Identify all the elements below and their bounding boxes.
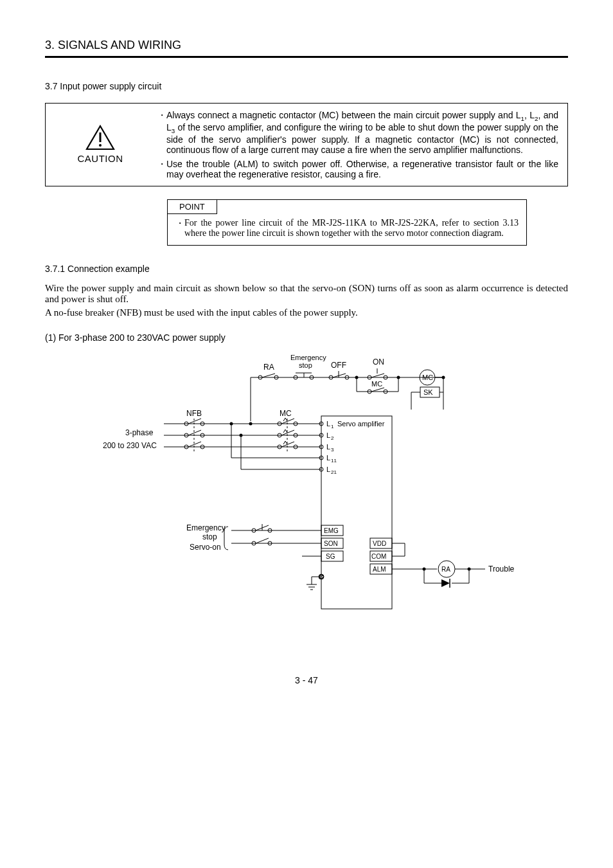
svg-text:L: L — [326, 431, 330, 439]
svg-text:11: 11 — [331, 458, 337, 464]
page-number: 3 - 47 — [45, 675, 568, 685]
diagram-label-3phase: 3-phase — [125, 428, 154, 437]
diagram-label-emg-top: Emergency — [290, 354, 326, 361]
diagram-label-ra: RA — [263, 363, 274, 372]
svg-line-49 — [188, 430, 201, 435]
point-label: POINT — [167, 199, 217, 214]
diagram-label-alm: ALM — [373, 566, 386, 573]
svg-text:3: 3 — [331, 447, 334, 453]
diagram-label-off: OFF — [331, 361, 346, 370]
diagram-label-3phase-v: 200 to 230 VAC — [103, 441, 157, 450]
diagram-label-emg: EMG — [324, 527, 339, 534]
svg-marker-124 — [441, 579, 450, 587]
diagram-label-son: SON — [324, 540, 338, 547]
caution-item: ・ Use the trouble (ALM) to switch power … — [157, 159, 558, 179]
section-title: 3.7 Input power supply circuit — [45, 81, 568, 91]
svg-text:L: L — [326, 420, 330, 428]
svg-line-6 — [262, 374, 275, 377]
svg-line-14 — [333, 374, 346, 377]
svg-text:1: 1 — [331, 424, 334, 429]
svg-line-28 — [371, 388, 384, 392]
caution-icon-area: CAUTION — [46, 104, 155, 186]
svg-line-92 — [256, 538, 269, 543]
body-paragraph: A no-fuse breaker (NFB) must be used wit… — [45, 307, 568, 318]
point-text: For the power line circuit of the MR-J2S… — [184, 218, 519, 239]
svg-text:L: L — [326, 466, 330, 473]
chapter-heading: 3. SIGNALS AND WIRING — [45, 39, 568, 52]
svg-line-18 — [371, 374, 384, 377]
diagram-label-emg-top2: stop — [299, 361, 312, 369]
diagram-label-emg-side: Emergency — [186, 523, 226, 532]
main-power-lines — [164, 418, 321, 451]
diagram-label-sg: SG — [326, 553, 335, 560]
svg-rect-68 — [321, 416, 392, 609]
diagram-label-servo-on: Servo-on — [190, 543, 221, 552]
svg-point-2 — [99, 144, 102, 147]
caution-text: ・ Always connect a magnetic contactor (M… — [155, 104, 567, 186]
diagram-label-vdd: VDD — [373, 540, 386, 547]
diagram-label-com: COM — [371, 553, 386, 560]
diagram-label-on: ON — [373, 357, 384, 366]
diagram-label-mc-coil: MC — [422, 374, 433, 381]
diagram-label-mc-main: MC — [280, 409, 292, 418]
svg-text:L: L — [326, 454, 330, 462]
svg-text:L: L — [326, 443, 330, 451]
svg-point-24 — [355, 375, 359, 379]
caution-item: ・ Always connect a magnetic contactor (M… — [157, 110, 558, 155]
chapter-rule — [45, 56, 568, 58]
diagram-label-emg-side2: stop — [202, 532, 217, 541]
diagram-label-sk: SK — [423, 388, 433, 396]
caution-box: CAUTION ・ Always connect a magnetic cont… — [45, 103, 568, 186]
diagram-label-mc-aux: MC — [371, 380, 382, 388]
sub-heading: (1) For 3-phase 200 to 230VAC power supp… — [45, 332, 568, 343]
caution-label: CAUTION — [78, 153, 123, 164]
diagram-label-trouble: Trouble — [488, 565, 515, 574]
diagram-label-nfb: NFB — [186, 409, 202, 418]
svg-line-56 — [188, 442, 201, 447]
warning-triangle-icon — [85, 125, 115, 150]
diagram-label-ra-coil: RA — [441, 566, 450, 573]
wiring-diagram: RA Emergency stop OFF ON MC MC SK NFB MC… — [103, 352, 568, 637]
svg-point-67 — [249, 422, 253, 425]
diagram-label-servo-amp: Servo amplifier — [337, 420, 385, 428]
svg-text:21: 21 — [331, 469, 337, 475]
svg-line-41 — [188, 419, 201, 424]
svg-text:2: 2 — [331, 435, 334, 441]
subsection-title: 3.7.1 Connection example — [45, 264, 568, 274]
body-paragraph: Wire the power supply and main circuit a… — [45, 283, 568, 305]
point-box: POINT ・ For the power line circuit of th… — [167, 199, 527, 246]
